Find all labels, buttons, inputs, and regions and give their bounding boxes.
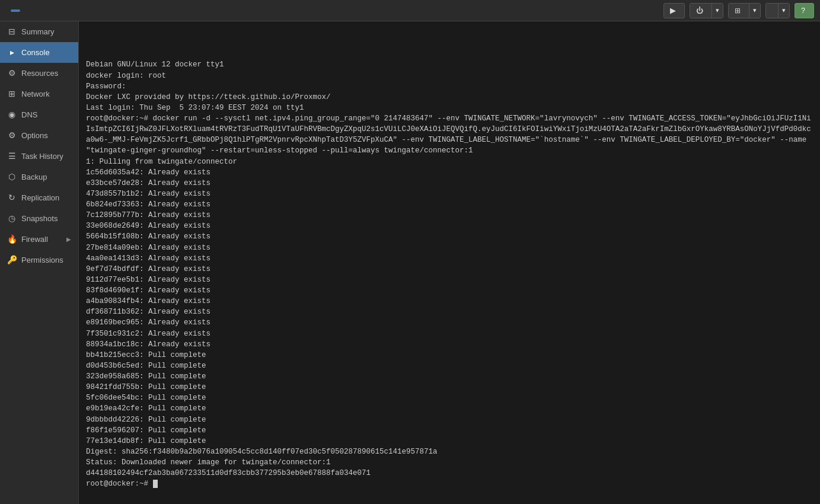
console-line: docker login: root [86,71,813,81]
console-line: 4aa0ea1413d3: Already exists [86,253,813,264]
sidebar-item-options[interactable]: ⚙Options [0,125,78,146]
firewall-icon: 🔥 [7,234,17,244]
shutdown-dropdown-arrow[interactable]: ▾ [712,4,723,18]
console-button-group: ⊞ ▾ [728,3,761,18]
start-button[interactable]: ▶ [663,3,685,18]
sidebar-label-summary: Summary [21,27,71,36]
sidebar-item-dns[interactable]: ◉DNS [0,104,78,125]
console-line: Docker LXC provided by https://tteck.git… [86,92,813,103]
console-line: a4ba90834fb4: Already exists [86,296,813,307]
network-icon: ⊞ [7,89,17,98]
console-icon: ▸ [7,47,17,57]
console-line: f86f1e596207: Pull complete [86,425,813,436]
play-icon: ▶ [670,6,676,15]
power-icon: ⏻ [696,7,703,15]
sidebar-label-resources: Resources [21,69,71,78]
backup-icon: ⬡ [7,172,17,181]
console-line: d44188102494cf2ab3ba067233511d0df83cbb37… [86,468,813,479]
console-line: 33e068de2649: Already exists [86,221,813,231]
console-line: 5fc06dee54bc: Pull complete [86,393,813,403]
console-line: Last login: Thu Sep 5 23:07:49 EEST 2024… [86,103,813,113]
resources-icon: ⚙ [7,68,17,78]
container-tag [11,9,20,12]
console-line: root@docker:~# docker run -d --sysctl ne… [86,113,813,157]
sidebar-label-snapshots: Snapshots [21,214,71,223]
firewall-expand-arrow: ▶ [66,236,71,243]
console-button[interactable]: ⊞ [729,4,749,18]
sidebar-item-task-history[interactable]: ☰Task History [0,146,78,167]
console-line: 98421fdd755b: Pull complete [86,382,813,393]
console-line: 9112d77ee5b1: Already exists [86,275,813,285]
sidebar-label-firewall: Firewall [21,235,62,244]
console-output[interactable]: Debian GNU/Linux 12 docker tty1docker lo… [79,21,820,504]
console-line: e9b19ea42cfe: Pull complete [86,403,813,414]
console-line: Digest: sha256:f3480b9a2b076a109054c5cc8… [86,446,813,457]
console-line: root@docker:~# [86,479,813,489]
console-line: 6b824ed73363: Already exists [86,199,813,210]
topbar: ▶ ⏻ ▾ ⊞ ▾ ▾ ? [0,0,820,21]
replication-icon: ↻ [7,193,17,202]
more-button-group: ▾ [765,3,790,18]
console-dropdown-arrow[interactable]: ▾ [749,4,760,18]
sidebar-item-resources[interactable]: ⚙Resources [0,63,78,84]
sidebar-item-network[interactable]: ⊞Network [0,84,78,104]
help-button[interactable]: ? [795,3,814,18]
more-button[interactable] [766,4,778,18]
main-layout: ⊟Summary▸Console⚙Resources⊞Network◉DNS⚙O… [0,21,820,504]
sidebar-item-console[interactable]: ▸Console [0,42,78,63]
console-line: e33bce57de28: Already exists [86,178,813,189]
console-line: e89169bec965: Already exists [86,317,813,328]
sidebar-label-console: Console [21,48,71,57]
sidebar-label-replication: Replication [21,193,71,202]
permissions-icon: 🔑 [7,255,17,264]
console-line: 7c12895b777b: Already exists [86,210,813,221]
sidebar-item-firewall[interactable]: 🔥Firewall▶ [0,229,78,250]
snapshots-icon: ◷ [7,213,17,223]
shutdown-button[interactable]: ⏻ [690,4,712,18]
sidebar-item-summary[interactable]: ⊟Summary [0,21,78,42]
console-line: Status: Downloaded newer image for twing… [86,457,813,468]
console-line: Password: [86,81,813,92]
console-line: 9ef7d74bdfdf: Already exists [86,264,813,275]
console-line: d0d453b6c5ed: Pull complete [86,361,813,371]
sidebar-item-permissions[interactable]: 🔑Permissions [0,250,78,270]
sidebar-label-task-history: Task History [21,152,71,161]
sidebar-label-backup: Backup [21,173,71,181]
console-area: Debian GNU/Linux 12 docker tty1docker lo… [79,21,820,504]
console-line: 323de958a685: Pull complete [86,371,813,382]
console-line: df368711b362: Already exists [86,307,813,317]
console-line: 9dbbbdd42226: Pull complete [86,414,813,425]
console-line: 27be814a09eb: Already exists [86,243,813,253]
console-line: bb41b215ecc3: Pull complete [86,350,813,361]
sidebar-label-network: Network [21,90,71,98]
sidebar-label-dns: DNS [21,110,71,119]
sidebar-label-options: Options [21,131,71,140]
sidebar-item-snapshots[interactable]: ◷Snapshots [0,208,78,229]
console-line: 77e13e14db8f: Pull complete [86,436,813,446]
sidebar-item-backup[interactable]: ⬡Backup [0,167,78,187]
console-line: 88934a1bc18c: Already exists [86,339,813,350]
more-dropdown-arrow[interactable]: ▾ [778,4,789,18]
console-line: 7f3501c931c2: Already exists [86,328,813,339]
console-line: 83f8d4690e1f: Already exists [86,285,813,296]
dns-icon: ◉ [7,110,17,119]
terminal-icon: ⊞ [735,7,741,15]
options-icon: ⚙ [7,130,17,140]
question-icon: ? [801,7,805,15]
console-line: 1c56d6035a42: Already exists [86,167,813,178]
sidebar-item-replication[interactable]: ↻Replication [0,187,78,208]
console-line: 5664b15f108b: Already exists [86,231,813,242]
summary-icon: ⊟ [7,27,17,36]
shutdown-button-group: ⏻ ▾ [690,3,723,18]
console-line: 473d8557b1b2: Already exists [86,189,813,199]
console-line: 1: Pulling from twingate/connector [86,157,813,167]
sidebar-label-permissions: Permissions [21,256,71,264]
terminal-cursor [153,480,158,488]
sidebar: ⊟Summary▸Console⚙Resources⊞Network◉DNS⚙O… [0,21,79,504]
task-history-icon: ☰ [7,151,17,161]
console-line: Debian GNU/Linux 12 docker tty1 [86,59,813,70]
